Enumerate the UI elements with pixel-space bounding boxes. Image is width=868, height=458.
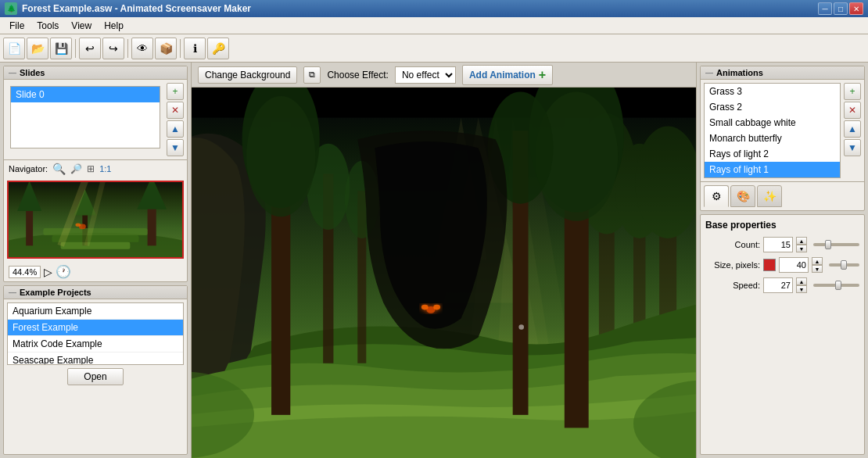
- left-panel: Slides Slide 0 + ✕ ▲ ▼ Navigator: 🔍 🔎: [0, 63, 192, 458]
- slides-area: Slide 0 + ✕ ▲ ▼: [4, 80, 187, 159]
- move-anim-up-button[interactable]: ▲: [844, 120, 861, 138]
- move-slide-down-button[interactable]: ▼: [167, 139, 184, 156]
- color-swatch[interactable]: [763, 259, 776, 271]
- example-aquarium[interactable]: Aquarium Example: [8, 303, 183, 320]
- undo-button[interactable]: ↩: [79, 38, 101, 59]
- toolbar: 📄 📂 💾 ↩ ↪ 👁 📦 ℹ 🔑: [0, 34, 868, 63]
- copy-slide-button[interactable]: ⧉: [303, 66, 321, 84]
- count-down-button[interactable]: ▼: [796, 245, 807, 252]
- center-area: Change Background ⧉ Choose Effect: No ef…: [192, 63, 696, 458]
- size-up-button[interactable]: ▲: [812, 257, 823, 265]
- speed-up-button[interactable]: ▲: [796, 277, 807, 285]
- example-projects-section: Example Projects Aquarium Example Forest…: [3, 285, 188, 455]
- slides-section: Slides Slide 0 + ✕ ▲ ▼ Navigator: 🔍 🔎: [3, 66, 188, 282]
- size-label: Size, pixels:: [705, 260, 760, 270]
- base-properties-section: Base properties Count: ▲ ▼ Size, pixels:: [700, 214, 865, 455]
- speed-label: Speed:: [705, 281, 760, 290]
- anim-tab-effect[interactable]: ✨: [757, 185, 782, 207]
- add-slide-button[interactable]: +: [167, 83, 184, 100]
- svg-rect-8: [43, 228, 147, 235]
- speed-slider-thumb: [835, 281, 841, 290]
- anim-grass2[interactable]: Grass 2: [705, 99, 840, 115]
- anim-tab-color[interactable]: 🎨: [730, 185, 755, 207]
- anim-small-cabbage[interactable]: Small cabbage white: [705, 115, 840, 131]
- menu-bar: File Tools View Help: [0, 17, 868, 34]
- navigator-bar: Navigator: 🔍 🔎 ⊞ 1:1: [4, 159, 187, 177]
- zoom-out-button[interactable]: 🔎: [70, 163, 82, 174]
- svg-rect-10: [61, 242, 131, 249]
- size-input[interactable]: [779, 257, 809, 273]
- key-button[interactable]: 🔑: [207, 38, 229, 59]
- open-button[interactable]: 📂: [27, 38, 48, 59]
- anim-rays2[interactable]: Rays of light 2: [705, 146, 840, 162]
- effect-dropdown[interactable]: No effect Fade Slide Zoom: [395, 66, 456, 84]
- add-anim-button[interactable]: +: [844, 83, 861, 100]
- speed-down-button[interactable]: ▼: [796, 285, 807, 293]
- example-projects-list: Aquarium Example Forest Example Matrix C…: [7, 302, 184, 365]
- speed-slider[interactable]: [813, 284, 859, 287]
- remove-anim-button[interactable]: ✕: [844, 102, 861, 119]
- size-slider[interactable]: [829, 263, 859, 267]
- canvas-area: [192, 88, 696, 458]
- zoom-slider-button[interactable]: ▷: [44, 266, 52, 278]
- example-matrix[interactable]: Matrix Code Example: [8, 336, 183, 352]
- redo-button[interactable]: ↪: [102, 38, 124, 59]
- menu-tools[interactable]: Tools: [30, 19, 65, 33]
- speed-spinner: ▲ ▼: [796, 277, 807, 293]
- new-button[interactable]: 📄: [3, 38, 25, 59]
- slides-buttons: + ✕ ▲ ▼: [167, 83, 184, 156]
- info-button[interactable]: ℹ: [184, 38, 206, 59]
- slides-list-wrap: Slide 0: [7, 83, 163, 156]
- export-button[interactable]: 📦: [155, 38, 177, 59]
- animations-section: Animations Grass 3 Grass 2 Small cabbage…: [700, 66, 865, 211]
- change-background-button[interactable]: Change Background: [198, 66, 297, 84]
- zoom-bar: 44.4% ▷ 🕐: [4, 262, 187, 281]
- move-anim-down-button[interactable]: ▼: [844, 139, 861, 156]
- speed-row: Speed: ▲ ▼: [705, 277, 859, 293]
- add-animation-icon: +: [539, 68, 546, 82]
- example-projects-title: Example Projects: [4, 286, 187, 299]
- svg-point-44: [518, 324, 524, 330]
- minimize-button[interactable]: ─: [818, 2, 832, 15]
- open-example-button[interactable]: Open: [67, 368, 123, 385]
- menu-view[interactable]: View: [65, 19, 98, 33]
- count-slider-thumb: [825, 240, 831, 249]
- anim-grass3[interactable]: Grass 3: [705, 84, 840, 99]
- example-seascape[interactable]: Seascape Example: [8, 352, 183, 365]
- menu-file[interactable]: File: [3, 19, 30, 33]
- count-input[interactable]: [763, 237, 793, 252]
- example-forest[interactable]: Forest Example: [8, 320, 183, 336]
- slides-list: Slide 0: [10, 86, 160, 148]
- choose-effect-label: Choose Effect:: [327, 70, 389, 81]
- anim-tab-settings[interactable]: ⚙: [704, 185, 729, 207]
- size-down-button[interactable]: ▼: [812, 265, 823, 273]
- toolbar-sep-2: [127, 39, 128, 58]
- anim-monarch[interactable]: Monarch butterfly: [705, 131, 840, 146]
- move-slide-up-button[interactable]: ▲: [167, 120, 184, 138]
- add-animation-button[interactable]: Add Animation +: [462, 65, 553, 85]
- maximize-button[interactable]: □: [834, 2, 848, 15]
- zoom-in-button[interactable]: 🔍: [52, 163, 66, 175]
- anim-buttons: + ✕ ▲ ▼: [844, 83, 861, 178]
- forest-canvas: [192, 88, 696, 458]
- count-up-button[interactable]: ▲: [796, 237, 807, 245]
- anim-rays1[interactable]: Rays of light 1: [705, 162, 840, 177]
- speed-input[interactable]: [763, 277, 793, 293]
- save-button[interactable]: 💾: [50, 38, 72, 59]
- action-bar: Change Background ⧉ Choose Effect: No ef…: [192, 63, 696, 88]
- preview-button[interactable]: 👁: [131, 38, 153, 59]
- animations-list: Grass 3 Grass 2 Small cabbage white Mona…: [704, 83, 841, 178]
- slide-item[interactable]: Slide 0: [11, 87, 160, 102]
- count-row: Count: ▲ ▼: [705, 237, 859, 252]
- close-button[interactable]: ✕: [849, 2, 863, 15]
- fit-button[interactable]: ⊞: [87, 163, 95, 174]
- one-to-one-label[interactable]: 1:1: [99, 164, 111, 174]
- size-slider-thumb: [841, 260, 847, 270]
- remove-slide-button[interactable]: ✕: [167, 102, 184, 119]
- count-slider[interactable]: [813, 243, 859, 246]
- clock-icon[interactable]: 🕐: [56, 264, 71, 279]
- main-content: Slides Slide 0 + ✕ ▲ ▼ Navigator: 🔍 🔎: [0, 63, 868, 458]
- svg-point-43: [433, 305, 440, 310]
- menu-help[interactable]: Help: [98, 19, 130, 33]
- animations-title: Animations: [701, 66, 864, 80]
